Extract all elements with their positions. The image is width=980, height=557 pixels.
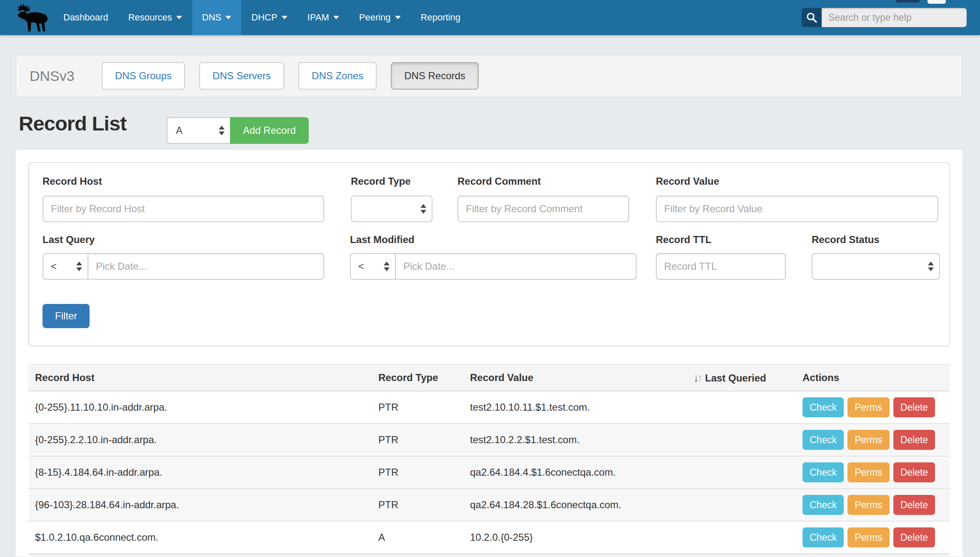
column-header-record-value[interactable]: Record Value <box>463 364 687 391</box>
record-value-cell: test2.10.10.11.$1.test.com. <box>463 391 687 424</box>
add-record-button[interactable]: Add Record <box>230 117 309 144</box>
nav-item-label: IPAM <box>308 12 329 23</box>
check-button[interactable]: Check <box>802 430 844 450</box>
delete-button[interactable]: Delete <box>893 397 935 417</box>
column-header-label: Last Queried <box>705 372 766 384</box>
record-value-cell: test2.10.2.2.$1.test.com. <box>463 424 687 456</box>
check-button[interactable]: Check <box>802 397 844 417</box>
table-row: {8-15}.4.184.64.in-addr.arpa.PTRqa2.64.1… <box>28 456 950 489</box>
record-type-cell: PTR <box>372 391 463 424</box>
actions-cell: CheckPermsDelete <box>796 424 950 456</box>
tab-dns-groups[interactable]: DNS Groups <box>102 62 185 90</box>
select-arrows-icon <box>384 262 390 271</box>
column-header-actions[interactable]: Actions <box>796 364 950 391</box>
search-icon[interactable] <box>802 8 822 27</box>
dns-subnav-well: DNSv3 DNS GroupsDNS ServersDNS ZonesDNS … <box>15 54 963 98</box>
nav-item-reporting[interactable]: Reporting <box>411 0 470 35</box>
check-button[interactable]: Check <box>802 527 844 547</box>
record-status-label: Record Status <box>812 234 880 246</box>
nav-item-dashboard[interactable]: Dashboard <box>53 0 118 35</box>
delete-button[interactable]: Delete <box>893 527 935 547</box>
record-comment-label: Record Comment <box>458 176 541 187</box>
select-arrows-icon <box>219 126 225 135</box>
record-host-cell: {0-255}.11.10.10.in-addr.arpa. <box>28 391 372 424</box>
last-query-operator-select[interactable]: < <box>42 253 88 280</box>
column-header-label: Actions <box>802 372 839 383</box>
content-panel: Record Host Record Type Record Comment R… <box>15 149 963 557</box>
nav-item-dns[interactable]: DNS <box>192 0 241 35</box>
table-row: {0-255}.11.10.10.in-addr.arpa.PTRtest2.1… <box>28 391 950 424</box>
record-type-select-value: A <box>176 125 182 136</box>
record-type-cell: PTR <box>372 456 463 489</box>
actions-cell: CheckPermsDelete <box>796 521 950 553</box>
last-modified-operator-value: < <box>358 261 364 272</box>
record-value-cell: qa2.64.184.4.$1.6conectqa.com. <box>463 456 687 489</box>
record-comment-filter-input[interactable] <box>458 196 629 222</box>
delete-button[interactable]: Delete <box>893 430 935 450</box>
table-row: $1.0.2.10.qa.6connect.com.A10.2.0.{0-255… <box>28 521 950 553</box>
nav-item-ipam[interactable]: IPAM <box>298 0 349 35</box>
perms-button[interactable]: Perms <box>848 430 889 450</box>
last-queried-cell <box>687 456 796 489</box>
delete-button[interactable]: Delete <box>893 462 935 482</box>
record-status-filter-select[interactable] <box>812 253 940 280</box>
delete-button[interactable]: Delete <box>893 495 935 515</box>
last-queried-cell <box>687 521 796 553</box>
record-value-label: Record Value <box>656 176 719 187</box>
record-host-cell: $1.0.2.10.qa.6connect.com. <box>28 521 372 553</box>
perms-button[interactable]: Perms <box>848 527 889 547</box>
tab-dns-servers[interactable]: DNS Servers <box>199 62 284 90</box>
last-modified-operator-select[interactable]: < <box>350 253 396 280</box>
last-query-operator-value: < <box>51 261 57 272</box>
column-header-last-queried[interactable]: ↓↑Last Queried <box>687 364 796 391</box>
select-arrows-icon <box>420 204 426 214</box>
check-button[interactable]: Check <box>802 462 844 482</box>
record-type-select[interactable]: A <box>167 117 230 144</box>
chevron-down-icon <box>225 16 231 19</box>
last-query-date-input[interactable] <box>88 253 324 280</box>
nav-item-label: Resources <box>128 12 172 23</box>
nav-item-label: Reporting <box>421 12 460 23</box>
record-value-cell: qa2.64.184.28.$1.6conectqa.com. <box>463 489 687 521</box>
last-queried-cell <box>687 391 796 424</box>
last-modified-date-input[interactable] <box>395 253 637 280</box>
column-header-label: Record Value <box>470 372 533 383</box>
record-host-label: Record Host <box>42 176 102 187</box>
last-query-label: Last Query <box>42 234 95 246</box>
tab-dns-records[interactable]: DNS Records <box>391 62 479 90</box>
column-header-record-type[interactable]: Record Type <box>372 364 463 391</box>
filter-button[interactable]: Filter <box>42 304 90 328</box>
chevron-down-icon <box>282 16 288 19</box>
nav-item-label: DNS <box>202 12 221 23</box>
last-modified-label: Last Modified <box>350 234 415 246</box>
nav-item-dhcp[interactable]: DHCP <box>241 0 297 35</box>
perms-button[interactable]: Perms <box>848 397 889 417</box>
tab-dns-zones[interactable]: DNS Zones <box>298 62 377 90</box>
record-type-filter-select[interactable] <box>351 196 432 222</box>
nav-item-label: Peering <box>359 12 391 23</box>
nav-item-resources[interactable]: Resources <box>118 0 192 35</box>
record-type-cell: PTR <box>372 489 463 521</box>
partial-next-row <box>28 553 950 557</box>
table-header-row: Record HostRecord TypeRecord Value↓↑Last… <box>28 364 950 391</box>
search-input[interactable] <box>822 8 967 27</box>
main-nav: DashboardResourcesDNSDHCPIPAMPeeringRepo… <box>53 0 470 35</box>
table-row: {0-255}.2.2.10.in-addr.arpa.PTRtest2.10.… <box>28 424 950 456</box>
column-header-record-host[interactable]: Record Host <box>28 364 372 391</box>
subnav-title: DNSv3 <box>30 68 75 84</box>
nav-item-peering[interactable]: Peering <box>349 0 411 35</box>
column-header-label: Record Host <box>35 372 95 383</box>
records-table: Record HostRecord TypeRecord Value↓↑Last… <box>28 364 950 553</box>
record-ttl-filter-input[interactable] <box>656 253 786 280</box>
record-host-cell: {0-255}.2.2.10.in-addr.arpa. <box>28 424 372 456</box>
dns-subnav-tabs: DNS GroupsDNS ServersDNS ZonesDNS Record… <box>102 62 479 90</box>
record-value-filter-input[interactable] <box>656 196 938 222</box>
moose-logo-icon[interactable] <box>14 2 55 34</box>
record-host-cell: {8-15}.4.184.64.in-addr.arpa. <box>28 456 372 489</box>
perms-button[interactable]: Perms <box>848 495 889 515</box>
record-host-filter-input[interactable] <box>42 196 324 222</box>
perms-button[interactable]: Perms <box>848 462 889 482</box>
check-button[interactable]: Check <box>802 495 844 515</box>
nav-item-label: DHCP <box>251 12 277 23</box>
actions-cell: CheckPermsDelete <box>796 456 950 489</box>
